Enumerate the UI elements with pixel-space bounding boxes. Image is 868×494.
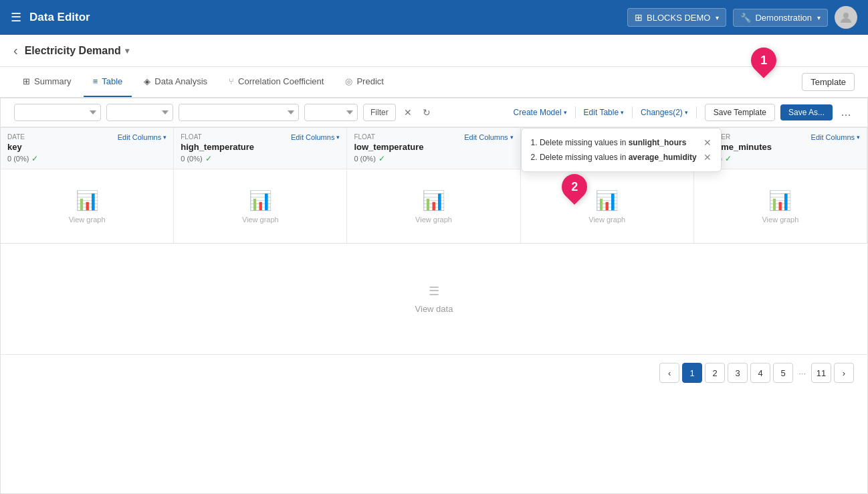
create-model-link[interactable]: Create Model ▾ [514,108,567,117]
tabs-right: 1 Template [796,73,855,91]
demonstration-label: Demonstration [755,13,812,23]
header-right: ⊞ BLOCKS DEMO ▾ 🔧 Demonstration ▾ [627,6,857,29]
popup-close-2[interactable]: ✕ [703,153,712,162]
filter-select-3[interactable] [179,104,299,121]
save-as-button[interactable]: Save As... [780,104,833,120]
filter-select-2[interactable] [106,104,173,121]
column-header-key: DATE key 0 (0%) ✓ Edit Columns ▾ [1,128,173,169]
view-data-label: View data [415,304,453,314]
pagination: ‹ 1 2 3 4 5 ··· 11 › [1,354,867,391]
status-ok-low-temp: ✓ [378,154,385,163]
more-options-button[interactable]: … [838,105,854,120]
column-stats-high-temp: 0 (0%) ✓ [181,154,254,163]
filter-select-1[interactable] [14,104,101,121]
edit-columns-daytime[interactable]: Edit Columns ▾ [811,133,860,141]
graph-area-key[interactable]: 📊 View graph [1,169,173,243]
page-3-button[interactable]: 3 [728,363,748,383]
column-type-low-temp: FLOAT [354,133,423,141]
column-card-key: DATE key 0 (0%) ✓ Edit Columns ▾ 📊 View … [1,128,174,243]
page-2-button[interactable]: 2 [705,363,725,383]
clear-filter-icon[interactable]: ✕ [401,104,415,120]
toolbar-actions: Create Model ▾ Edit Table ▾ Changes(2) ▾… [514,104,854,121]
column-info-low-temp: FLOAT low_temperature 0 (0%) ✓ [354,133,423,163]
demonstration-button[interactable]: 🔧 Demonstration ▾ [733,9,828,27]
next-page-button[interactable]: › [834,363,854,383]
demonstration-chevron: ▾ [817,14,821,21]
prev-page-button[interactable]: ‹ [659,363,679,383]
page-last-button[interactable]: 11 [811,363,831,383]
edit-table-link[interactable]: Edit Table ▾ [584,108,624,117]
column-stats-key: 0 (0%) ✓ [7,154,38,163]
column-name-low-temp: low_temperature [354,142,423,152]
graph-area-sunlight[interactable]: 📊 View graph [521,169,693,243]
toolbar: Filter ✕ ↻ Create Model ▾ Edit Table ▾ C… [1,98,867,127]
separator-2 [632,106,633,118]
graph-label-key: View graph [69,216,106,224]
refresh-icon[interactable]: ↻ [420,104,433,120]
graph-area-low-temp[interactable]: 📊 View graph [347,169,520,243]
graph-label-low-temp: View graph [415,216,452,224]
view-data-area[interactable]: ☰ View data [1,244,867,354]
graph-icon-daytime: 📊 [768,189,792,212]
graph-label-high-temp: View graph [242,216,279,224]
page-5-button[interactable]: 5 [773,363,793,383]
tab-table[interactable]: ≡ Table [84,67,132,97]
column-type-key: DATE [7,133,38,141]
summary-tab-icon: ⊞ [23,76,30,86]
popup-item-2: 2. Delete missing values in average_humi… [531,150,712,165]
header-left: ☰ Data Editor [11,10,90,25]
changes-link[interactable]: Changes(2) ▾ [641,108,688,117]
changes-popup: 1. Delete missing values in sunlight_hou… [521,128,722,172]
app-header: ☰ Data Editor ⊞ BLOCKS DEMO ▾ 🔧 Demonstr… [0,0,868,35]
tabs-container: ⊞ Summary ≡ Table ◈ Data Analysis ⑂ Corr… [13,67,393,97]
graph-icon-low-temp: 📊 [422,189,445,212]
avatar[interactable] [835,6,857,29]
column-card-low-temp: FLOAT low_temperature 0 (0%) ✓ Edit Colu… [347,128,520,243]
edit-columns-low-temp[interactable]: Edit Columns ▾ [464,133,513,141]
dataset-title[interactable]: Electricity Demand ▾ [25,45,129,57]
tab-correlation-coefficient[interactable]: ⑂ Correlation Coefficient [219,67,333,97]
status-ok-daytime: ✓ [725,154,732,163]
popup-item-1: 1. Delete missing values in sunlight_hou… [531,135,712,150]
edit-columns-key[interactable]: Edit Columns ▾ [118,133,167,141]
tab-data-analysis[interactable]: ◈ Data Analysis [134,67,217,97]
column-name-high-temp: high_temperature [181,142,254,152]
graph-label-sunlight: View graph [588,216,625,224]
predict-tab-label: Predict [356,76,383,86]
table-tab-icon: ≡ [93,76,98,86]
tabs-bar: ⊞ Summary ≡ Table ◈ Data Analysis ⑂ Corr… [0,67,868,98]
column-stats-low-temp: 0 (0%) ✓ [354,154,423,163]
view-data-icon: ☰ [429,284,439,299]
save-template-button[interactable]: Save Template [705,104,775,121]
hamburger-icon[interactable]: ☰ [11,10,21,25]
filter-button[interactable]: Filter [363,104,396,121]
callout-1-label: 1 [760,53,767,67]
filter-select-4[interactable] [304,104,358,121]
wrench-icon: 🔧 [740,13,751,23]
blocks-icon: ⊞ [635,12,643,23]
graph-label-daytime: View graph [762,216,798,224]
edit-columns-high-temp[interactable]: Edit Columns ▾ [291,133,340,141]
correlation-tab-label: Correlation Coefficient [238,76,324,86]
graph-icon-sunlight: 📊 [595,189,619,212]
graph-area-high-temp[interactable]: 📊 View graph [174,169,346,243]
popup-close-1[interactable]: ✕ [703,138,712,147]
page-4-button[interactable]: 4 [750,363,770,383]
sub-header: ‹ Electricity Demand ▾ [0,35,868,67]
column-info-key: DATE key 0 (0%) ✓ [7,133,38,163]
pagination-dots: ··· [796,368,808,378]
column-header-high-temp: FLOAT high_temperature 0 (0%) ✓ Edit Col… [174,128,346,169]
data-analysis-tab-icon: ◈ [144,76,150,86]
data-analysis-tab-label: Data Analysis [154,76,207,86]
column-info-high-temp: FLOAT high_temperature 0 (0%) ✓ [181,133,254,163]
separator-1 [575,106,576,118]
blocks-demo-chevron: ▾ [716,14,719,21]
back-button[interactable]: ‹ [13,43,18,58]
tab-predict[interactable]: ◎ Predict [336,67,393,97]
callout-1-pin: 1 [751,48,776,73]
tab-summary[interactable]: ⊞ Summary [13,67,81,97]
template-button[interactable]: Template [802,73,855,91]
graph-area-daytime[interactable]: 📊 View graph [694,169,867,243]
page-1-button[interactable]: 1 [682,363,702,383]
blocks-demo-button[interactable]: ⊞ BLOCKS DEMO ▾ [627,8,726,27]
